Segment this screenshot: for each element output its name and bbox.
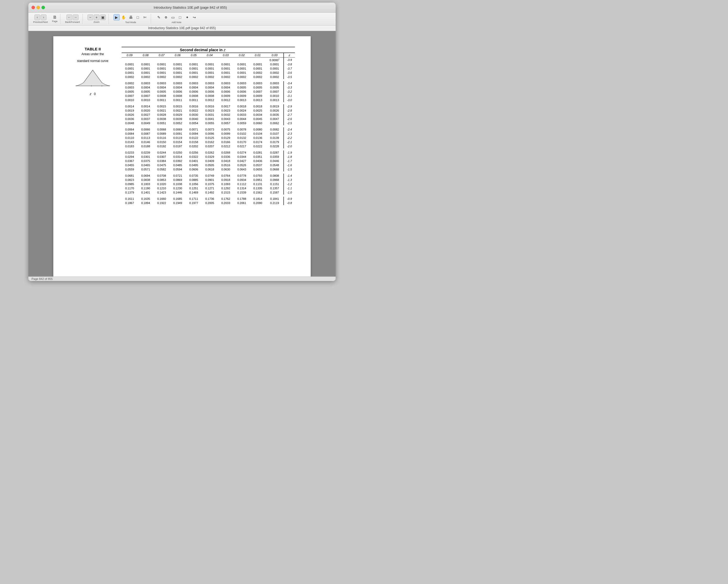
- col-02: 0.02: [234, 53, 250, 57]
- cell--3.9-col3: [170, 57, 186, 62]
- cell--3.0-col5: 0.0012: [202, 98, 218, 102]
- cell--2.0-col8: 0.0222: [250, 144, 266, 149]
- cell--1.3-col4: 0.0885: [186, 178, 202, 182]
- pencil-icon[interactable]: ✎: [156, 14, 162, 21]
- cell--0.9-col6: 0.1762: [218, 197, 234, 201]
- cell--1.4-col3: 0.0721: [170, 174, 186, 178]
- cell--3.1-col3: 0.0008: [170, 94, 186, 98]
- table-row: 0.05590.05710.05820.05940.06060.06180.06…: [122, 167, 295, 171]
- cell--3.6-col1: 0.0001: [138, 71, 154, 75]
- cell--1.9-col8: 0.0281: [250, 151, 266, 155]
- cell--3.3-col4: 0.0004: [186, 85, 202, 89]
- z-val--2.3: -2.3: [284, 132, 295, 136]
- cell--2.8-col6: 0.0023: [218, 108, 234, 113]
- add-note-button[interactable]: ✎ ⭘ ▭ □ ✦ ↪ Add Note: [154, 14, 199, 24]
- z-val--1.1: -1.1: [284, 186, 295, 190]
- normal-curve-svg: [74, 67, 111, 88]
- cell--1.2-col8: 0.1131: [250, 182, 266, 186]
- next-arrow[interactable]: ›: [41, 15, 47, 20]
- table-row: 0.00840.00870.00890.00910.00940.00960.00…: [122, 132, 295, 136]
- cell--1.3-col1: 0.0838: [138, 178, 154, 182]
- cell--3.3-col2: 0.0004: [154, 85, 170, 89]
- cell--1.8-col4: 0.0322: [186, 155, 202, 159]
- print-icon[interactable]: 🖶: [128, 14, 134, 21]
- cell--2.6-col0: 0.0036: [122, 117, 138, 121]
- zoom-in-button[interactable]: +: [94, 15, 100, 20]
- cell--1.8-col6: 0.0336: [218, 155, 234, 159]
- cell--1.7-col8: 0.0436: [250, 159, 266, 163]
- cell--1.9-col7: 0.0274: [234, 151, 250, 155]
- cell--0.9-col2: 0.1660: [154, 197, 170, 201]
- cell--2.4-col8: 0.0080: [250, 127, 266, 132]
- back-forward-button[interactable]: ← → Back/Forward: [63, 14, 81, 24]
- z-val--0.8: -0.8: [284, 201, 295, 205]
- status-bar: Page 842 of 855: [28, 276, 336, 281]
- col-03: 0.03: [218, 53, 234, 57]
- cell--1.5-col8: 0.0655: [250, 167, 266, 171]
- page-button[interactable]: 🗎 Page: [50, 15, 59, 23]
- z-val--2.6: -2.6: [284, 117, 295, 121]
- rect-icon[interactable]: ▭: [170, 14, 176, 21]
- cell--1.6-col5: 0.0505: [202, 163, 218, 167]
- table-row: 0.08230.08380.08530.08690.08850.09010.09…: [122, 178, 295, 182]
- oval-icon[interactable]: ⭘: [163, 14, 169, 21]
- back-arrow[interactable]: ←: [67, 15, 72, 20]
- cell--1.8-col1: 0.0301: [138, 155, 154, 159]
- table-row: 0.00260.00270.00280.00290.00300.00310.00…: [122, 113, 295, 117]
- cell--1.9-col2: 0.0244: [154, 151, 170, 155]
- cell--2.7-col4: 0.0030: [186, 113, 202, 117]
- cell--2.0-col7: 0.0217: [234, 144, 250, 149]
- hand-icon[interactable]: ✋: [121, 14, 127, 21]
- note-icon[interactable]: ↪: [191, 14, 198, 21]
- prev-arrow[interactable]: ‹: [34, 15, 40, 20]
- table-row: 0.01100.01130.01160.01190.01220.01250.01…: [122, 136, 295, 140]
- cell--1.1-col8: 0.1335: [250, 186, 266, 190]
- cell--2.4-col2: 0.0068: [154, 127, 170, 132]
- cell--1.2-col9: 0.1151: [266, 182, 284, 186]
- crop-icon[interactable]: □: [135, 14, 141, 21]
- cell--2.9-col9: 0.0019: [266, 104, 284, 108]
- cell--1.3-col2: 0.0853: [154, 178, 170, 182]
- right-panel: Second decimal place in z 0.09 0.08 0.07…: [122, 47, 295, 205]
- scissor-icon[interactable]: ✄: [142, 14, 148, 21]
- cell--1.4-col9: 0.0808: [266, 174, 284, 178]
- cell--3.7-col1: 0.0001: [138, 67, 154, 71]
- cell--1.7-col7: 0.0427: [234, 159, 250, 163]
- select-icon[interactable]: ▶: [113, 14, 120, 21]
- cell--2.2-col2: 0.0116: [154, 136, 170, 140]
- prev-next-button[interactable]: ‹ › Previous/Next: [31, 14, 49, 24]
- cell--2.0-col6: 0.0212: [218, 144, 234, 149]
- content-area[interactable]: TABLE II Areas under the standard normal…: [28, 31, 336, 276]
- cell--0.9-col7: 0.1788: [234, 197, 250, 201]
- cell--3.9-col2: [154, 57, 170, 62]
- cell--3.5-col3: 0.0002: [170, 75, 186, 79]
- minimize-button[interactable]: [36, 6, 40, 9]
- tool-mode-button[interactable]: ▶ ✋ 🖶 □ ✄ Tool Mode: [112, 14, 150, 24]
- cell--2.6-col7: 0.0044: [234, 117, 250, 121]
- zoom-out-button[interactable]: −: [87, 15, 93, 20]
- cell--2.1-col5: 0.0162: [202, 140, 218, 144]
- cell--3.4-col4: 0.0003: [186, 81, 202, 85]
- cell--1.7-col2: 0.0384: [154, 159, 170, 163]
- forward-arrow[interactable]: →: [73, 15, 79, 20]
- close-button[interactable]: [31, 6, 35, 9]
- cell--1.8-col0: 0.0294: [122, 155, 138, 159]
- col-07: 0.07: [154, 53, 170, 57]
- cell--3.3-col6: 0.0004: [218, 85, 234, 89]
- zoom-fit-button[interactable]: ▣: [100, 15, 106, 20]
- callout-icon[interactable]: □: [177, 14, 183, 21]
- table-row: 0.00100.00100.00110.00110.00110.00120.00…: [122, 98, 295, 102]
- cell--1.8-col5: 0.0329: [202, 155, 218, 159]
- cell--0.8-col7: 0.2061: [234, 201, 250, 205]
- cell--1.2-col6: 0.1093: [218, 182, 234, 186]
- cell--2.2-col4: 0.0122: [186, 136, 202, 140]
- cell--2.8-col5: 0.0023: [202, 108, 218, 113]
- cell--1.5-col5: 0.0618: [202, 167, 218, 171]
- nav-group: ‹ › Previous/Next 🗎 Page: [30, 14, 60, 24]
- zoom-button[interactable]: − + ▣ Zoom: [86, 14, 107, 24]
- cell--1.3-col5: 0.0901: [202, 178, 218, 182]
- cell--3.3-col9: 0.0005: [266, 85, 284, 89]
- stamp-icon[interactable]: ✦: [184, 14, 190, 21]
- cell--3.0-col2: 0.0011: [154, 98, 170, 102]
- maximize-button[interactable]: [42, 6, 45, 9]
